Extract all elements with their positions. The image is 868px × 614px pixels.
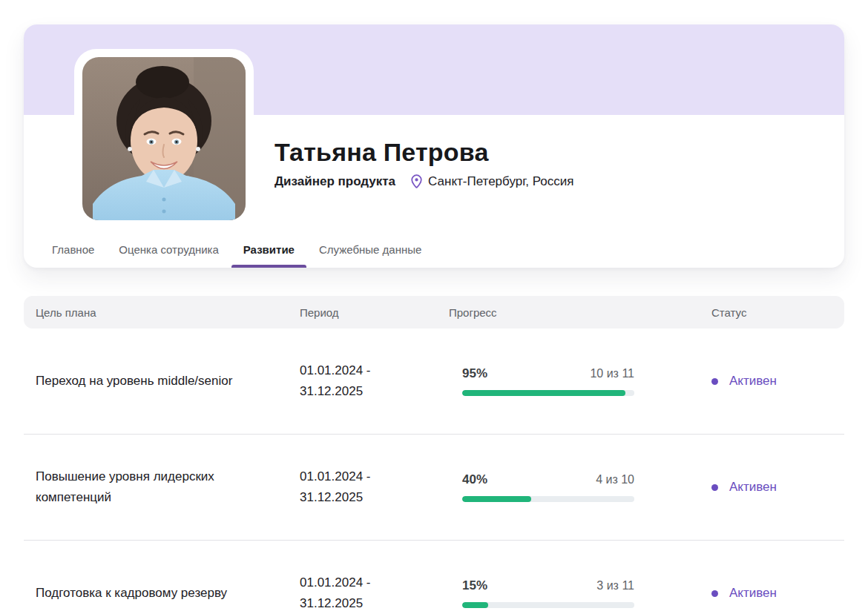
progress-bar bbox=[462, 496, 634, 502]
progress-percent: 95% bbox=[462, 366, 487, 381]
goal-cell: Повышение уровня лидерских компетенций bbox=[24, 466, 288, 508]
progress-bar-fill bbox=[462, 390, 625, 396]
status-label: Активен bbox=[729, 480, 777, 495]
progress-count: 3 из 11 bbox=[596, 579, 634, 592]
goal-cell: Подготовка к кадровому резерву bbox=[24, 583, 288, 604]
progress-count: 4 из 10 bbox=[596, 473, 634, 486]
profile-info: Татьяна Петрова Дизайнер продукта Санкт-… bbox=[274, 138, 574, 189]
status-label: Активен bbox=[729, 374, 777, 389]
status-dot-icon bbox=[711, 590, 718, 597]
status-cell: Активен bbox=[694, 586, 844, 601]
status-label: Активен bbox=[729, 586, 777, 601]
tab-otsenka-sotrudnika[interactable]: Оценка сотрудника bbox=[119, 231, 219, 268]
avatar bbox=[74, 49, 254, 228]
location-pin-icon bbox=[409, 174, 424, 189]
page: Татьяна Петрова Дизайнер продукта Санкт-… bbox=[0, 0, 868, 614]
period-cell: 01.01.2024 - 31.12.2025 bbox=[300, 360, 422, 402]
status-dot-icon bbox=[711, 378, 718, 385]
profile-card: Татьяна Петрова Дизайнер продукта Санкт-… bbox=[24, 24, 844, 268]
table-row[interactable]: Переход на уровень middle/senior 01.01.2… bbox=[24, 329, 844, 435]
period-cell: 01.01.2024 - 31.12.2025 bbox=[300, 466, 422, 508]
employee-location-text: Санкт-Петербург, Россия bbox=[428, 174, 573, 189]
tab-razvitie[interactable]: Развитие bbox=[243, 231, 295, 268]
progress-percent: 15% bbox=[462, 578, 487, 593]
column-progress: Прогресс bbox=[449, 306, 694, 319]
status-cell: Активен bbox=[694, 480, 844, 495]
progress-cell: 95% 10 из 11 bbox=[449, 366, 694, 396]
column-period: Период bbox=[300, 306, 449, 319]
employee-name: Татьяна Петрова bbox=[274, 138, 574, 167]
tab-sluzhebnye-dannye[interactable]: Служебные данные bbox=[319, 231, 421, 268]
employee-photo bbox=[82, 57, 246, 220]
column-goal: Цель плана bbox=[24, 306, 300, 319]
progress-bar-fill bbox=[462, 602, 488, 608]
progress-cell: 40% 4 из 10 bbox=[449, 472, 694, 502]
status-cell: Активен bbox=[694, 374, 844, 389]
profile-tabs: Главное Оценка сотрудника Развитие Служе… bbox=[52, 231, 421, 268]
progress-count: 10 из 11 bbox=[590, 367, 634, 380]
period-cell: 01.01.2024 - 31.12.2025 bbox=[300, 572, 422, 614]
employee-role: Дизайнер продукта bbox=[274, 174, 395, 189]
table-row[interactable]: Повышение уровня лидерских компетенций 0… bbox=[24, 435, 844, 541]
goal-cell: Переход на уровень middle/senior bbox=[24, 371, 288, 392]
table-row[interactable]: Подготовка к кадровому резерву 01.01.202… bbox=[24, 541, 844, 614]
table-header: Цель плана Период Прогресс Статус bbox=[24, 296, 844, 329]
progress-cell: 15% 3 из 11 bbox=[449, 578, 694, 608]
progress-bar-fill bbox=[462, 496, 531, 502]
progress-percent: 40% bbox=[462, 472, 487, 487]
status-dot-icon bbox=[711, 484, 718, 491]
progress-bar bbox=[462, 390, 634, 396]
employee-location: Санкт-Петербург, Россия bbox=[409, 174, 573, 189]
column-status: Статус bbox=[694, 306, 844, 319]
tab-glavnoe[interactable]: Главное bbox=[52, 231, 94, 268]
progress-bar bbox=[462, 602, 634, 608]
development-plans-table: Цель плана Период Прогресс Статус Перехо… bbox=[24, 296, 844, 614]
